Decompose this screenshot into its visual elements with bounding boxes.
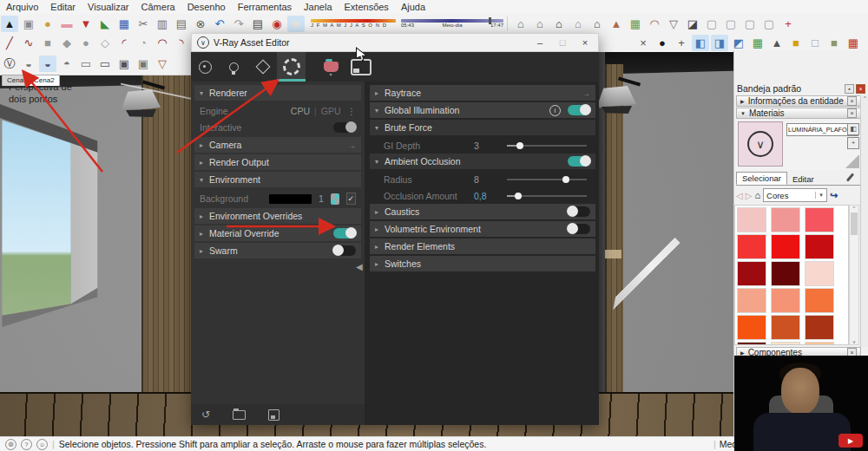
line-tool-icon[interactable]: ╱ bbox=[1, 35, 18, 51]
section-render-elements[interactable]: ▸ Render Elements bbox=[370, 239, 595, 254]
color-swatch[interactable] bbox=[737, 234, 766, 259]
make-component-icon[interactable]: ▣ bbox=[20, 16, 37, 32]
section-brute-force[interactable]: ▾ Brute Force bbox=[370, 120, 595, 135]
background-checkbox[interactable]: ✓ bbox=[346, 193, 356, 205]
section-display-icon[interactable]: ◨ bbox=[711, 35, 728, 51]
menu-item[interactable]: Câmera bbox=[135, 1, 181, 13]
menu-item[interactable]: Visualizar bbox=[82, 1, 135, 13]
slider-knob[interactable] bbox=[515, 193, 522, 199]
add-location-icon[interactable]: ▼ bbox=[77, 16, 95, 32]
scroll-up-icon[interactable]: ^ bbox=[853, 206, 856, 211]
smoove-icon[interactable]: ◠ bbox=[646, 16, 663, 32]
create-material-icon[interactable]: + bbox=[847, 137, 859, 149]
info-icon[interactable]: i bbox=[549, 105, 561, 116]
global-illumination-toggle[interactable] bbox=[568, 105, 590, 115]
color-swatch[interactable] bbox=[771, 342, 800, 345]
stamp-icon[interactable]: ▽ bbox=[665, 16, 682, 32]
maximize-button[interactable]: □ bbox=[551, 35, 574, 50]
menu-item[interactable]: Extensões bbox=[339, 1, 395, 13]
expand-arrow-icon[interactable]: → bbox=[582, 88, 590, 98]
viewport-render-icon[interactable]: ▭ bbox=[77, 56, 95, 72]
color-swatch[interactable] bbox=[771, 288, 800, 313]
menu-item[interactable]: Janela bbox=[298, 1, 338, 13]
vray-logo-icon[interactable]: Ⓥ bbox=[1, 56, 18, 72]
invert-selection-icon[interactable]: ▢ bbox=[760, 16, 778, 32]
section-volumetric-environment[interactable]: ▸ Volumetric Environment bbox=[370, 221, 595, 237]
two-point-arc-tool-icon[interactable]: ◠ bbox=[154, 35, 171, 51]
vray-title-bar[interactable]: ∨ V-Ray Asset Editor – □ × bbox=[191, 33, 599, 52]
materials-section-bar[interactable]: ▼ Materiais × bbox=[736, 108, 861, 119]
section-ambient-occlusion[interactable]: ▾ Ambient Occlusion bbox=[370, 154, 595, 169]
volumetric-environment-toggle[interactable] bbox=[568, 224, 590, 234]
section-plane-icon[interactable]: ◧ bbox=[692, 35, 709, 51]
color-swatch[interactable] bbox=[805, 315, 834, 340]
paste-icon[interactable]: ▤ bbox=[173, 16, 190, 32]
tray-close-icon[interactable]: × bbox=[856, 84, 865, 94]
geolocation-icon[interactable]: ◍ bbox=[5, 439, 16, 450]
select-tool-icon[interactable]: ▲ bbox=[1, 16, 18, 32]
render-viewport-icon[interactable]: ◓ bbox=[58, 56, 76, 72]
section-raytrace[interactable]: ▸ Raytrace → bbox=[370, 85, 595, 101]
home-icon[interactable]: ⌂ bbox=[754, 190, 760, 200]
render-dropdown-caret[interactable]: ▾ bbox=[329, 71, 332, 77]
style-monochrome-icon[interactable]: ■ bbox=[825, 35, 843, 51]
section-switches[interactable]: ▸ Switches bbox=[370, 256, 595, 271]
color-swatch[interactable] bbox=[737, 207, 766, 232]
open-settings-icon[interactable] bbox=[233, 410, 246, 420]
sandbox-from-scratch-icon[interactable]: ▦ bbox=[627, 16, 644, 32]
tab-lights[interactable] bbox=[220, 52, 248, 82]
secondary-pane-icon[interactable]: ◧ bbox=[847, 123, 859, 135]
tab-geometry[interactable] bbox=[248, 52, 277, 82]
color-swatch[interactable] bbox=[805, 234, 834, 259]
rotated-rectangle-tool-icon[interactable]: ◆ bbox=[58, 35, 76, 51]
material-override-toggle[interactable] bbox=[333, 228, 356, 239]
color-swatch[interactable] bbox=[771, 315, 800, 340]
close-button[interactable]: × bbox=[574, 35, 596, 50]
minimize-button[interactable]: – bbox=[529, 35, 551, 50]
tab-materials[interactable] bbox=[191, 52, 220, 82]
copy-icon[interactable]: ▥ bbox=[154, 16, 171, 32]
material-preview-thumbnail[interactable]: ∨ bbox=[738, 121, 783, 167]
paste-in-place-icon[interactable]: ▢ bbox=[703, 16, 720, 32]
look-around-icon[interactable]: ⌂ bbox=[531, 16, 549, 32]
tab-selecionar[interactable]: Selecionar bbox=[736, 172, 787, 185]
model-info-icon[interactable]: ◉ bbox=[268, 16, 286, 32]
engine-cpu-option[interactable]: CPU bbox=[291, 106, 310, 116]
color-swatch[interactable] bbox=[737, 315, 766, 340]
collection-dropdown[interactable]: Cores ▾ bbox=[763, 188, 827, 202]
shadow-month-slider[interactable]: J F M A M J J A S O N D bbox=[311, 19, 396, 28]
save-settings-icon[interactable] bbox=[268, 409, 279, 421]
gradient-material-icon[interactable]: ▦ bbox=[749, 35, 766, 51]
color-swatch[interactable] bbox=[805, 261, 834, 286]
interactive-toggle[interactable] bbox=[333, 122, 356, 133]
scrollbar-thumb[interactable] bbox=[851, 212, 858, 235]
paint-bucket-icon[interactable]: ● bbox=[39, 16, 56, 32]
slider-knob[interactable] bbox=[516, 142, 523, 149]
select-none-icon[interactable]: ▢ bbox=[741, 16, 759, 32]
section-render-output[interactable]: ▸ Render Output bbox=[194, 154, 361, 170]
background-color-swatch[interactable] bbox=[269, 194, 312, 204]
style-hidden-line-icon[interactable]: □ bbox=[806, 35, 824, 51]
circle-tool-icon[interactable]: ● bbox=[77, 35, 95, 51]
engine-menu-icon[interactable]: ⋮ bbox=[347, 106, 357, 116]
shadows-toggle-icon[interactable]: ■ bbox=[287, 16, 305, 32]
delete-icon[interactable]: ⊗ bbox=[192, 16, 209, 32]
slider-knob[interactable] bbox=[562, 176, 569, 183]
background-value[interactable]: 1 bbox=[319, 193, 324, 204]
menu-item[interactable]: Desenho bbox=[181, 1, 232, 13]
color-swatch[interactable] bbox=[771, 261, 800, 286]
menu-item[interactable]: Ferramentas bbox=[232, 1, 298, 13]
section-cut-icon[interactable]: ◩ bbox=[730, 35, 747, 51]
open-model-icon[interactable]: ◣ bbox=[96, 16, 114, 32]
color-swatch[interactable] bbox=[737, 342, 766, 345]
select-texture-icon[interactable]: ▲ bbox=[768, 35, 786, 51]
expand-arrow-icon[interactable]: → bbox=[347, 141, 356, 150]
sphere-tool-icon[interactable]: ● bbox=[654, 35, 671, 51]
gi-depth-slider[interactable] bbox=[507, 145, 587, 147]
lock-icon[interactable]: ▣ bbox=[135, 56, 152, 72]
forward-arrow-icon[interactable]: ▷ bbox=[746, 191, 753, 200]
occlusion-amount-slider[interactable] bbox=[507, 195, 587, 197]
sandbox-from-contours-icon[interactable]: ▲ bbox=[608, 16, 625, 32]
pie-tool-icon[interactable]: ◔ bbox=[135, 35, 152, 51]
engine-gpu-option[interactable]: GPU bbox=[321, 106, 341, 116]
